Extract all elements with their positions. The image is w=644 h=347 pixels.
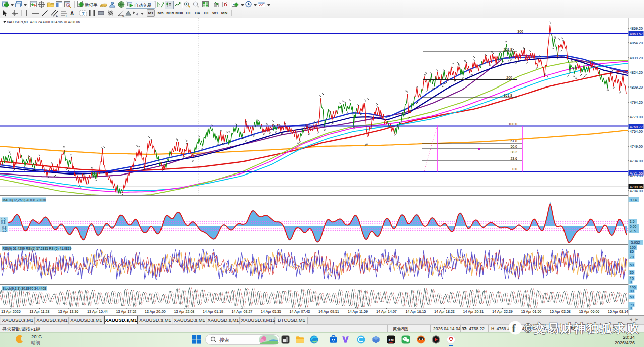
svg-text:-5.952: -5.952 xyxy=(630,240,640,245)
svg-text:14 Apr 14:07: 14 Apr 14:07 xyxy=(376,309,397,314)
svg-text:14 Apr 11:59: 14 Apr 11:59 xyxy=(348,309,368,314)
svg-text:200: 200 xyxy=(506,76,512,79)
svg-text:13 Apr 11:28: 13 Apr 11:28 xyxy=(29,309,49,314)
svg-text:f: f xyxy=(512,322,516,335)
svg-text:0: 0 xyxy=(630,306,632,310)
svg-text:15 Apr 03:58: 15 Apr 03:58 xyxy=(550,309,571,314)
svg-text:0.8: 0.8 xyxy=(1,221,6,224)
svg-text:MACD(12,26,9) -0.031 -0.030: MACD(12,26,9) -0.031 -0.030 xyxy=(3,198,46,202)
svg-text:4749.00: 4749.00 xyxy=(630,144,643,149)
svg-text:161.8: 161.8 xyxy=(503,94,512,97)
svg-text:4794.20: 4794.20 xyxy=(630,100,643,105)
svg-text:E: E xyxy=(56,14,58,17)
svg-text:14 Apr 05:35: 14 Apr 05:35 xyxy=(261,309,281,314)
svg-text:13 Apr 13:36: 13 Apr 13:36 xyxy=(58,309,79,314)
svg-text:4768.77: 4768.77 xyxy=(630,125,643,129)
svg-text:4779.00: 4779.00 xyxy=(630,115,643,119)
svg-text:38.2: 38.2 xyxy=(510,150,517,154)
svg-text:1.5: 1.5 xyxy=(630,220,635,223)
svg-text:15 Apr 06:06: 15 Apr 06:06 xyxy=(579,309,600,314)
svg-text:T: T xyxy=(82,12,85,16)
svg-text:0: 0 xyxy=(630,280,632,284)
svg-text:14 Apr 09:51: 14 Apr 09:51 xyxy=(318,309,339,314)
svg-text:-1.5: -1.5 xyxy=(630,229,636,233)
svg-text:13 Apr 15:44: 13 Apr 15:44 xyxy=(87,309,108,314)
svg-text:©交易财神独孤求败: ©交易财神独孤求败 xyxy=(524,322,639,335)
svg-text:15 Apr 01:50: 15 Apr 01:50 xyxy=(521,309,542,314)
svg-text:14 Apr 20:31: 14 Apr 20:31 xyxy=(463,309,484,314)
svg-text:14 Apr 01:19: 14 Apr 01:19 xyxy=(203,309,223,314)
svg-text:70: 70 xyxy=(630,255,634,259)
svg-text:15 Apr 08:14: 15 Apr 08:14 xyxy=(608,309,628,314)
svg-text:80: 80 xyxy=(630,289,634,293)
svg-text:4764.00: 4764.00 xyxy=(630,129,643,134)
svg-text:F: F xyxy=(66,14,68,17)
svg-text:14 Apr 16:15: 14 Apr 16:15 xyxy=(406,309,426,314)
svg-text:14 Apr 07:43: 14 Apr 07:43 xyxy=(290,309,310,314)
svg-text:100.0: 100.0 xyxy=(508,122,517,126)
svg-text:RSI(9) 51.4299 RSI(5) 57.2835: RSI(9) 51.4299 RSI(5) 57.2835 RSI(5) 41.… xyxy=(3,247,72,251)
svg-text:23.6: 23.6 xyxy=(510,157,517,160)
svg-text:13 Apr 22:08: 13 Apr 22:08 xyxy=(174,309,195,314)
svg-text:XM: XM xyxy=(388,338,394,342)
svg-text:4721.55: 4721.55 xyxy=(630,171,643,176)
svg-text:4708.06: 4708.06 xyxy=(630,185,643,189)
svg-text:14 Apr 22:39: 14 Apr 22:39 xyxy=(492,309,513,314)
svg-text:50.0: 50.0 xyxy=(510,145,517,148)
svg-text:85: 85 xyxy=(630,249,634,254)
svg-text:XAUUSD.s,M1 4707.24 4708.80 4: XAUUSD.s,M1 4707.24 4708.80 4706.78 4708… xyxy=(7,20,80,24)
svg-text:13 Apr 2026: 13 Apr 2026 xyxy=(1,309,21,314)
svg-text:50: 50 xyxy=(630,263,634,267)
svg-text:4824.20: 4824.20 xyxy=(630,70,643,75)
svg-text:14 Apr 03:27: 14 Apr 03:27 xyxy=(232,309,253,314)
svg-text:4854.20: 4854.20 xyxy=(630,41,643,45)
svg-text:G: G xyxy=(122,14,124,17)
svg-text:4863.57: 4863.57 xyxy=(630,32,643,36)
svg-text:Stoch(9,3,3) 30.8970 34.4408: Stoch(9,3,3) 30.8970 34.4408 xyxy=(3,287,47,291)
svg-text:9.14: 9.14 xyxy=(630,198,637,202)
svg-text:61.8: 61.8 xyxy=(510,139,517,143)
svg-text:-1.5: -1.5 xyxy=(1,229,7,232)
svg-text:13 Apr 20:00: 13 Apr 20:00 xyxy=(145,309,166,314)
svg-text:4869.20: 4869.20 xyxy=(630,26,643,31)
svg-text:0.00: 0.00 xyxy=(630,225,636,228)
svg-text:4704.00: 4704.00 xyxy=(630,189,643,193)
svg-text:0.0: 0.0 xyxy=(512,167,517,171)
svg-text:261.8: 261.8 xyxy=(503,48,512,51)
svg-text:14 Apr 18:23: 14 Apr 18:23 xyxy=(434,309,455,314)
svg-text:30: 30 xyxy=(630,270,634,275)
svg-text:4809.20: 4809.20 xyxy=(630,85,643,90)
svg-text:4734.00: 4734.00 xyxy=(630,159,643,163)
svg-text:300: 300 xyxy=(517,30,523,33)
svg-text:4839.20: 4839.20 xyxy=(630,56,643,60)
svg-text:50: 50 xyxy=(630,295,634,299)
svg-text:13 Apr 17:52: 13 Apr 17:52 xyxy=(116,309,137,314)
